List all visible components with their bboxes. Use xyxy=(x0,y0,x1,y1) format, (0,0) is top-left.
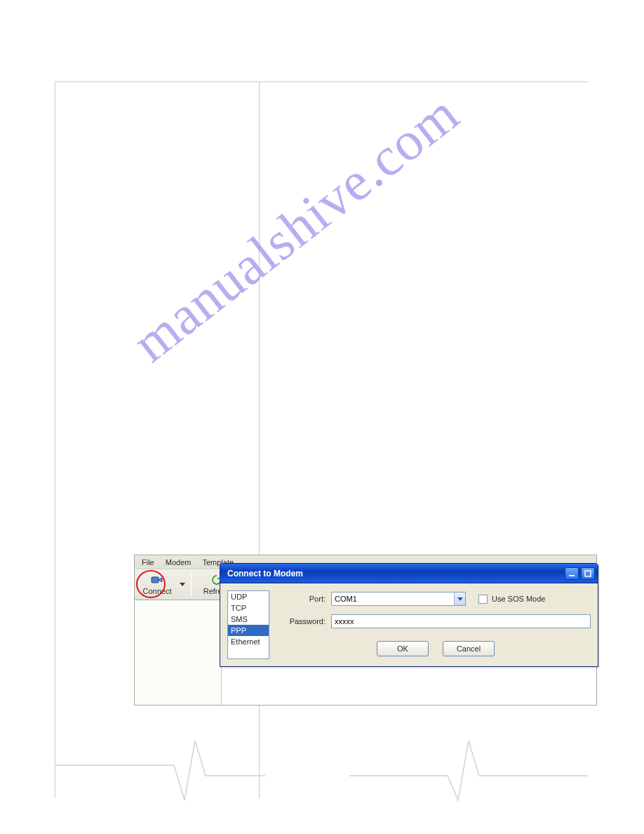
sos-checkbox[interactable] xyxy=(478,595,488,604)
connect-icon xyxy=(151,574,163,586)
sos-label: Use SOS Mode xyxy=(492,595,545,603)
dialog-form: Port: Use SOS Mode Password: OK Cancel xyxy=(281,590,591,659)
maximize-button[interactable] xyxy=(581,567,595,580)
dialog-titlebar: Connect to Modem xyxy=(220,564,598,583)
ecg-decoration xyxy=(55,737,588,814)
dialog-button-row: OK Cancel xyxy=(281,641,591,656)
connect-label: Connect xyxy=(143,587,172,595)
dialog-body: UDP TCP SMS PPP Ethernet Port: Use SOS M… xyxy=(220,583,598,666)
minimize-button[interactable] xyxy=(565,567,579,580)
protocol-tcp[interactable]: TCP xyxy=(228,602,269,614)
dialog-title: Connect to Modem xyxy=(227,569,563,578)
protocol-sms[interactable]: SMS xyxy=(228,614,269,625)
connect-button[interactable]: Connect xyxy=(137,571,177,599)
protocol-udp[interactable]: UDP xyxy=(228,591,269,602)
cancel-button[interactable]: Cancel xyxy=(443,641,495,656)
connect-dropdown-arrow[interactable] xyxy=(180,583,185,586)
password-input[interactable] xyxy=(331,614,591,628)
protocol-ethernet[interactable]: Ethernet xyxy=(228,636,269,647)
left-panel xyxy=(135,600,222,705)
svg-rect-2 xyxy=(585,571,591,576)
protocol-list[interactable]: UDP TCP SMS PPP Ethernet xyxy=(227,590,269,659)
sos-checkbox-row[interactable]: Use SOS Mode xyxy=(471,595,591,604)
port-input[interactable] xyxy=(332,593,454,605)
toolbar-separator xyxy=(191,573,192,597)
protocol-ppp[interactable]: PPP xyxy=(228,625,269,636)
port-label: Port: xyxy=(281,595,326,603)
menu-modem[interactable]: Modem xyxy=(161,557,196,568)
menu-file[interactable]: File xyxy=(137,557,159,568)
password-label: Password: xyxy=(281,617,326,626)
connect-dialog: Connect to Modem UDP TCP SMS PPP Etherne… xyxy=(220,563,598,667)
port-dropdown-button[interactable] xyxy=(454,593,465,605)
svg-rect-1 xyxy=(569,575,575,576)
connect-button-group: Connect xyxy=(137,571,185,599)
ok-button[interactable]: OK xyxy=(377,641,429,656)
port-combo[interactable] xyxy=(331,592,466,606)
svg-rect-0 xyxy=(152,577,159,583)
